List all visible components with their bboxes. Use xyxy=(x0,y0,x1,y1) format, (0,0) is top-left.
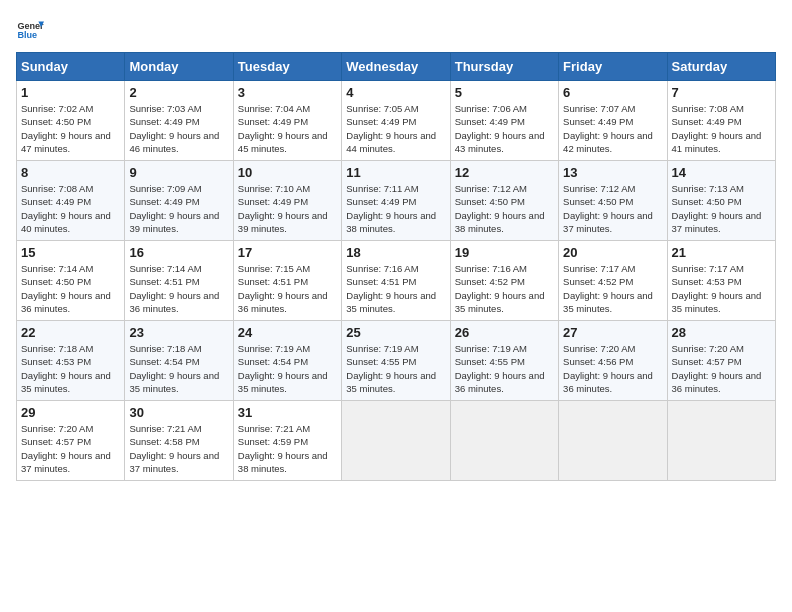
week-row-2: 8 Sunrise: 7:08 AMSunset: 4:49 PMDayligh… xyxy=(17,161,776,241)
day-number: 30 xyxy=(129,405,228,420)
week-row-1: 1 Sunrise: 7:02 AMSunset: 4:50 PMDayligh… xyxy=(17,81,776,161)
day-cell: 26 Sunrise: 7:19 AMSunset: 4:55 PMDaylig… xyxy=(450,321,558,401)
day-number: 25 xyxy=(346,325,445,340)
day-number: 16 xyxy=(129,245,228,260)
day-info: Sunrise: 7:18 AMSunset: 4:54 PMDaylight:… xyxy=(129,343,219,394)
day-info: Sunrise: 7:16 AMSunset: 4:52 PMDaylight:… xyxy=(455,263,545,314)
weekday-header-sunday: Sunday xyxy=(17,53,125,81)
day-info: Sunrise: 7:21 AMSunset: 4:59 PMDaylight:… xyxy=(238,423,328,474)
day-cell: 23 Sunrise: 7:18 AMSunset: 4:54 PMDaylig… xyxy=(125,321,233,401)
day-info: Sunrise: 7:17 AMSunset: 4:52 PMDaylight:… xyxy=(563,263,653,314)
day-number: 13 xyxy=(563,165,662,180)
weekday-header-thursday: Thursday xyxy=(450,53,558,81)
day-info: Sunrise: 7:20 AMSunset: 4:56 PMDaylight:… xyxy=(563,343,653,394)
day-number: 7 xyxy=(672,85,771,100)
day-number: 9 xyxy=(129,165,228,180)
day-info: Sunrise: 7:17 AMSunset: 4:53 PMDaylight:… xyxy=(672,263,762,314)
day-cell: 18 Sunrise: 7:16 AMSunset: 4:51 PMDaylig… xyxy=(342,241,450,321)
day-cell xyxy=(450,401,558,481)
day-info: Sunrise: 7:15 AMSunset: 4:51 PMDaylight:… xyxy=(238,263,328,314)
week-row-5: 29 Sunrise: 7:20 AMSunset: 4:57 PMDaylig… xyxy=(17,401,776,481)
day-cell xyxy=(559,401,667,481)
day-number: 21 xyxy=(672,245,771,260)
day-cell: 30 Sunrise: 7:21 AMSunset: 4:58 PMDaylig… xyxy=(125,401,233,481)
day-info: Sunrise: 7:21 AMSunset: 4:58 PMDaylight:… xyxy=(129,423,219,474)
day-number: 14 xyxy=(672,165,771,180)
day-number: 29 xyxy=(21,405,120,420)
day-info: Sunrise: 7:09 AMSunset: 4:49 PMDaylight:… xyxy=(129,183,219,234)
logo-icon: General Blue xyxy=(16,16,44,44)
day-cell: 1 Sunrise: 7:02 AMSunset: 4:50 PMDayligh… xyxy=(17,81,125,161)
day-number: 28 xyxy=(672,325,771,340)
day-info: Sunrise: 7:08 AMSunset: 4:49 PMDaylight:… xyxy=(672,103,762,154)
day-number: 23 xyxy=(129,325,228,340)
day-cell: 31 Sunrise: 7:21 AMSunset: 4:59 PMDaylig… xyxy=(233,401,341,481)
day-cell xyxy=(667,401,775,481)
day-cell: 27 Sunrise: 7:20 AMSunset: 4:56 PMDaylig… xyxy=(559,321,667,401)
day-number: 10 xyxy=(238,165,337,180)
header: General Blue xyxy=(16,16,776,44)
day-cell: 16 Sunrise: 7:14 AMSunset: 4:51 PMDaylig… xyxy=(125,241,233,321)
day-info: Sunrise: 7:07 AMSunset: 4:49 PMDaylight:… xyxy=(563,103,653,154)
day-cell: 4 Sunrise: 7:05 AMSunset: 4:49 PMDayligh… xyxy=(342,81,450,161)
day-info: Sunrise: 7:05 AMSunset: 4:49 PMDaylight:… xyxy=(346,103,436,154)
day-cell: 14 Sunrise: 7:13 AMSunset: 4:50 PMDaylig… xyxy=(667,161,775,241)
day-number: 27 xyxy=(563,325,662,340)
day-cell: 9 Sunrise: 7:09 AMSunset: 4:49 PMDayligh… xyxy=(125,161,233,241)
calendar-table: SundayMondayTuesdayWednesdayThursdayFrid… xyxy=(16,52,776,481)
day-info: Sunrise: 7:12 AMSunset: 4:50 PMDaylight:… xyxy=(455,183,545,234)
day-number: 2 xyxy=(129,85,228,100)
day-cell: 28 Sunrise: 7:20 AMSunset: 4:57 PMDaylig… xyxy=(667,321,775,401)
day-cell: 22 Sunrise: 7:18 AMSunset: 4:53 PMDaylig… xyxy=(17,321,125,401)
day-info: Sunrise: 7:19 AMSunset: 4:55 PMDaylight:… xyxy=(455,343,545,394)
day-info: Sunrise: 7:20 AMSunset: 4:57 PMDaylight:… xyxy=(21,423,111,474)
day-cell: 5 Sunrise: 7:06 AMSunset: 4:49 PMDayligh… xyxy=(450,81,558,161)
day-number: 6 xyxy=(563,85,662,100)
day-cell: 2 Sunrise: 7:03 AMSunset: 4:49 PMDayligh… xyxy=(125,81,233,161)
weekday-header-monday: Monday xyxy=(125,53,233,81)
day-cell: 3 Sunrise: 7:04 AMSunset: 4:49 PMDayligh… xyxy=(233,81,341,161)
day-number: 12 xyxy=(455,165,554,180)
weekday-header-saturday: Saturday xyxy=(667,53,775,81)
day-info: Sunrise: 7:13 AMSunset: 4:50 PMDaylight:… xyxy=(672,183,762,234)
day-info: Sunrise: 7:06 AMSunset: 4:49 PMDaylight:… xyxy=(455,103,545,154)
day-info: Sunrise: 7:14 AMSunset: 4:50 PMDaylight:… xyxy=(21,263,111,314)
day-info: Sunrise: 7:04 AMSunset: 4:49 PMDaylight:… xyxy=(238,103,328,154)
day-cell: 20 Sunrise: 7:17 AMSunset: 4:52 PMDaylig… xyxy=(559,241,667,321)
day-info: Sunrise: 7:03 AMSunset: 4:49 PMDaylight:… xyxy=(129,103,219,154)
weekday-header-row: SundayMondayTuesdayWednesdayThursdayFrid… xyxy=(17,53,776,81)
logo: General Blue xyxy=(16,16,44,44)
week-row-4: 22 Sunrise: 7:18 AMSunset: 4:53 PMDaylig… xyxy=(17,321,776,401)
day-number: 4 xyxy=(346,85,445,100)
day-cell: 21 Sunrise: 7:17 AMSunset: 4:53 PMDaylig… xyxy=(667,241,775,321)
day-cell: 25 Sunrise: 7:19 AMSunset: 4:55 PMDaylig… xyxy=(342,321,450,401)
day-number: 20 xyxy=(563,245,662,260)
day-cell: 11 Sunrise: 7:11 AMSunset: 4:49 PMDaylig… xyxy=(342,161,450,241)
day-number: 3 xyxy=(238,85,337,100)
day-info: Sunrise: 7:12 AMSunset: 4:50 PMDaylight:… xyxy=(563,183,653,234)
day-info: Sunrise: 7:02 AMSunset: 4:50 PMDaylight:… xyxy=(21,103,111,154)
day-info: Sunrise: 7:19 AMSunset: 4:55 PMDaylight:… xyxy=(346,343,436,394)
day-number: 19 xyxy=(455,245,554,260)
day-cell: 6 Sunrise: 7:07 AMSunset: 4:49 PMDayligh… xyxy=(559,81,667,161)
day-cell: 12 Sunrise: 7:12 AMSunset: 4:50 PMDaylig… xyxy=(450,161,558,241)
day-number: 31 xyxy=(238,405,337,420)
day-info: Sunrise: 7:16 AMSunset: 4:51 PMDaylight:… xyxy=(346,263,436,314)
day-cell xyxy=(342,401,450,481)
day-info: Sunrise: 7:18 AMSunset: 4:53 PMDaylight:… xyxy=(21,343,111,394)
day-number: 1 xyxy=(21,85,120,100)
day-info: Sunrise: 7:19 AMSunset: 4:54 PMDaylight:… xyxy=(238,343,328,394)
svg-text:Blue: Blue xyxy=(17,30,37,40)
day-cell: 29 Sunrise: 7:20 AMSunset: 4:57 PMDaylig… xyxy=(17,401,125,481)
weekday-header-wednesday: Wednesday xyxy=(342,53,450,81)
day-info: Sunrise: 7:10 AMSunset: 4:49 PMDaylight:… xyxy=(238,183,328,234)
day-cell: 17 Sunrise: 7:15 AMSunset: 4:51 PMDaylig… xyxy=(233,241,341,321)
weekday-header-tuesday: Tuesday xyxy=(233,53,341,81)
day-cell: 15 Sunrise: 7:14 AMSunset: 4:50 PMDaylig… xyxy=(17,241,125,321)
day-number: 11 xyxy=(346,165,445,180)
day-cell: 13 Sunrise: 7:12 AMSunset: 4:50 PMDaylig… xyxy=(559,161,667,241)
day-cell: 24 Sunrise: 7:19 AMSunset: 4:54 PMDaylig… xyxy=(233,321,341,401)
day-cell: 10 Sunrise: 7:10 AMSunset: 4:49 PMDaylig… xyxy=(233,161,341,241)
day-number: 18 xyxy=(346,245,445,260)
day-info: Sunrise: 7:20 AMSunset: 4:57 PMDaylight:… xyxy=(672,343,762,394)
